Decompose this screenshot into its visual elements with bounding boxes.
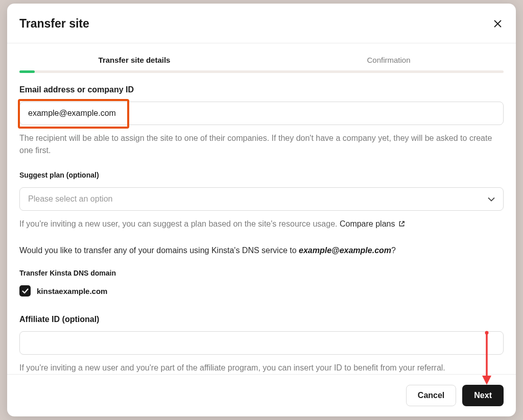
email-helper: The recipient will be able to assign the…: [19, 132, 504, 157]
tab-confirmation[interactable]: Confirmation: [262, 43, 516, 70]
svg-line-2: [401, 221, 404, 224]
modal-footer: Cancel Next: [7, 374, 516, 416]
transfer-question: Would you like to transfer any of your d…: [19, 244, 504, 257]
plan-select[interactable]: Please select an option: [19, 187, 504, 211]
modal-header: Transfer site: [7, 4, 516, 43]
cancel-button[interactable]: Cancel: [406, 385, 456, 406]
close-icon: [494, 20, 502, 28]
step-tabs: Transfer site details Confirmation: [7, 43, 516, 70]
dns-label: Transfer Kinsta DNS domain: [19, 269, 504, 277]
compare-plans-link[interactable]: Compare plans: [340, 219, 405, 228]
dns-domain-row: kinstaexample.com: [19, 285, 504, 297]
next-button[interactable]: Next: [462, 385, 504, 406]
modal-title: Transfer site: [19, 17, 89, 31]
affiliate-input[interactable]: [19, 331, 504, 355]
close-button[interactable]: [491, 18, 504, 30]
chevron-down-icon: [488, 197, 495, 202]
dns-domain-label: kinstaexample.com: [37, 287, 107, 295]
progress-bar: [19, 70, 504, 73]
transfer-site-modal: Transfer site Transfer site details Conf…: [7, 4, 516, 416]
progress-fill: [19, 70, 35, 73]
affiliate-helper: If you're inviting a new user and you're…: [19, 362, 504, 374]
plan-placeholder: Please select an option: [28, 194, 112, 204]
check-icon: [22, 288, 29, 294]
plan-helper: If you're inviting a new user, you can s…: [19, 218, 504, 230]
tab-details[interactable]: Transfer site details: [7, 43, 262, 70]
external-link-icon: [398, 220, 405, 227]
modal-body: Email address or company ID The recipien…: [7, 73, 516, 374]
dns-domain-checkbox[interactable]: [19, 285, 31, 297]
email-input[interactable]: [19, 102, 504, 125]
plan-label: Suggest plan (optional): [19, 171, 504, 179]
email-label: Email address or company ID: [19, 85, 504, 94]
affiliate-label: Affiliate ID (optional): [19, 315, 504, 324]
